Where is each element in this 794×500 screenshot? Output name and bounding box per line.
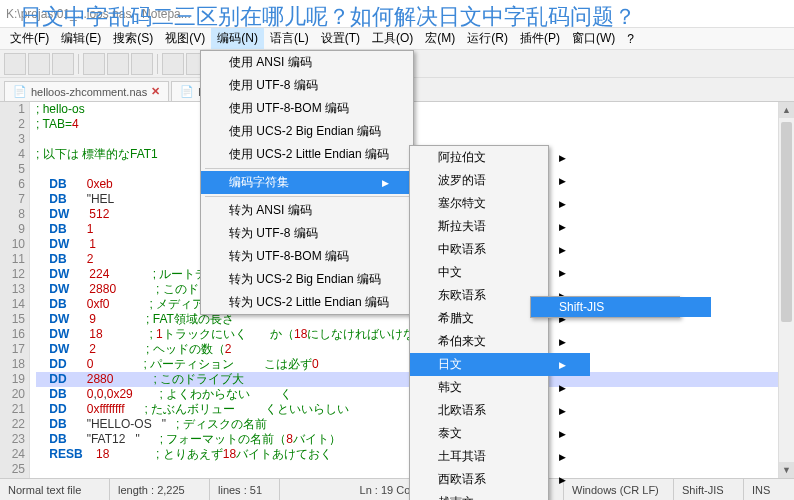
status-bar: Normal text file length : 2,225 lines : … xyxy=(0,478,794,500)
tab-label: helloos-zhcomment.nas xyxy=(31,86,147,98)
tb-copy-icon[interactable] xyxy=(107,53,129,75)
line-gutter: 1234567891011121314151617181920212223242… xyxy=(0,102,30,482)
tb-new-icon[interactable] xyxy=(4,53,26,75)
menu-item[interactable]: 使用 UTF-8 编码 xyxy=(201,74,413,97)
menu-item[interactable]: 越南文▶ xyxy=(410,491,590,500)
submenu-arrow-icon: ▶ xyxy=(559,383,566,393)
submenu-arrow-icon: ▶ xyxy=(559,475,566,485)
menu-item[interactable]: Shift-JIS xyxy=(531,297,711,317)
menu-item[interactable]: 斯拉夫语▶ xyxy=(410,215,590,238)
sb-encoding: Shift-JIS xyxy=(674,479,744,500)
sb-length: length : 2,225 xyxy=(110,479,210,500)
submenu-arrow-icon: ▶ xyxy=(559,337,566,347)
menu-item[interactable]: 日文▶ xyxy=(410,353,590,376)
menu-item[interactable]: 使用 UCS-2 Little Endian 编码 xyxy=(201,143,413,166)
menu-item[interactable]: 波罗的语▶ xyxy=(410,169,590,192)
menu-item[interactable]: 希伯来文▶ xyxy=(410,330,590,353)
tb-open-icon[interactable] xyxy=(28,53,50,75)
tab-0[interactable]: 📄helloos-zhcomment.nas✕ xyxy=(4,81,169,101)
menu-item[interactable]: 使用 UTF-8-BOM 编码 xyxy=(201,97,413,120)
charset-submenu: 阿拉伯文▶波罗的语▶塞尔特文▶斯拉夫语▶中欧语系▶中文▶东欧语系▶希腊文▶希伯来… xyxy=(409,145,549,500)
submenu-arrow-icon: ▶ xyxy=(382,178,389,188)
sb-mode: INS xyxy=(744,479,794,500)
tb-save-icon[interactable] xyxy=(52,53,74,75)
submenu-arrow-icon: ▶ xyxy=(559,245,566,255)
code-line-2[interactable]: ; TAB=4 xyxy=(36,117,794,132)
file-icon: 📄 xyxy=(180,85,194,98)
menu-item[interactable]: 阿拉伯文▶ xyxy=(410,146,590,169)
separator xyxy=(78,54,79,74)
tb-paste-icon[interactable] xyxy=(131,53,153,75)
sb-lines: lines : 51 xyxy=(210,479,280,500)
sb-filetype: Normal text file xyxy=(0,479,110,500)
scroll-up-icon[interactable]: ▲ xyxy=(779,102,794,118)
menu-item[interactable]: 北欧语系▶ xyxy=(410,399,590,422)
menu-item[interactable]: 编码字符集▶ xyxy=(201,171,413,194)
encoding-menu: 使用 ANSI 编码使用 UTF-8 编码使用 UTF-8-BOM 编码使用 U… xyxy=(200,50,414,315)
submenu-arrow-icon: ▶ xyxy=(559,222,566,232)
submenu-arrow-icon: ▶ xyxy=(559,452,566,462)
menu-item[interactable]: 使用 ANSI 编码 xyxy=(201,51,413,74)
submenu-arrow-icon: ▶ xyxy=(559,360,566,370)
menu-item[interactable]: 转为 UCS-2 Big Endian 编码 xyxy=(201,268,413,291)
menu-item[interactable]: 泰文▶ xyxy=(410,422,590,445)
menu-item[interactable]: 转为 ANSI 编码 xyxy=(201,199,413,222)
menu-item[interactable]: 转为 UCS-2 Little Endian 编码 xyxy=(201,291,413,314)
file-icon: 📄 xyxy=(13,85,27,98)
submenu-arrow-icon: ▶ xyxy=(559,406,566,416)
tb-cut-icon[interactable] xyxy=(83,53,105,75)
tb-undo-icon[interactable] xyxy=(162,53,184,75)
scroll-down-icon[interactable]: ▼ xyxy=(779,462,794,478)
menu-item[interactable]: 韩文▶ xyxy=(410,376,590,399)
menu-item[interactable]: 中欧语系▶ xyxy=(410,238,590,261)
separator xyxy=(157,54,158,74)
menu-12[interactable]: ? xyxy=(621,30,640,48)
submenu-arrow-icon: ▶ xyxy=(559,153,566,163)
japanese-submenu: Shift-JIS xyxy=(530,296,680,318)
submenu-arrow-icon: ▶ xyxy=(559,268,566,278)
submenu-arrow-icon: ▶ xyxy=(559,429,566,439)
menu-item[interactable]: 转为 UTF-8-BOM 编码 xyxy=(201,245,413,268)
close-icon[interactable]: ✕ xyxy=(151,85,160,98)
overlay-question: 日文中字乱码二三区别在哪儿呢？如何解决日文中字乱码问题？ xyxy=(20,2,784,32)
menu-item[interactable]: 土耳其语▶ xyxy=(410,445,590,468)
menu-item[interactable]: 中文▶ xyxy=(410,261,590,284)
menu-item[interactable]: 使用 UCS-2 Big Endian 编码 xyxy=(201,120,413,143)
scroll-thumb[interactable] xyxy=(781,122,792,322)
code-line-1[interactable]: ; hello-os xyxy=(36,102,794,117)
menu-item[interactable]: 转为 UTF-8 编码 xyxy=(201,222,413,245)
submenu-arrow-icon: ▶ xyxy=(559,199,566,209)
submenu-arrow-icon: ▶ xyxy=(559,176,566,186)
vertical-scrollbar[interactable]: ▲ ▼ xyxy=(778,102,794,478)
menu-item[interactable]: 西欧语系▶ xyxy=(410,468,590,491)
menu-item[interactable]: 塞尔特文▶ xyxy=(410,192,590,215)
